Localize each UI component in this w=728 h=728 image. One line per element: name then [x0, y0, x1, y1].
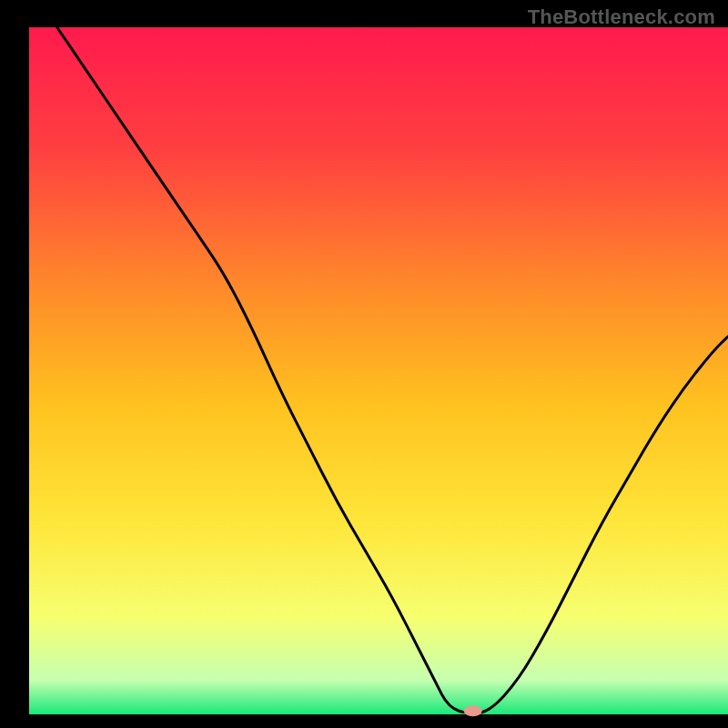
bottleneck-chart: TheBottleneck.com: [0, 0, 728, 728]
chart-gradient-bg: [29, 27, 728, 714]
watermark-text: TheBottleneck.com: [528, 5, 715, 29]
chart-svg: [0, 0, 728, 728]
optimum-marker: [464, 705, 482, 716]
